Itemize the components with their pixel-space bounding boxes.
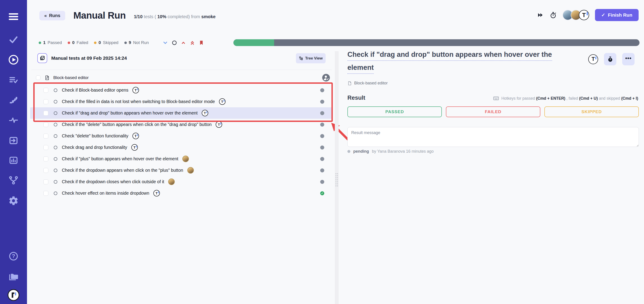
test-row[interactable]: Check if Block-based editor opensT — [30, 84, 333, 96]
status-passed-icon[interactable]: ✓ — [320, 191, 324, 195]
analytics-chart-icon — [8, 155, 18, 165]
panel-resize-handle[interactable] — [335, 51, 339, 304]
sidebar-item-requirements-enter-icon[interactable] — [0, 135, 27, 147]
status-not-run-icon[interactable] — [320, 157, 324, 161]
test-row[interactable]: Check if the dropdown closes when click … — [30, 176, 333, 187]
not-run-circle-icon — [54, 180, 57, 184]
stat-passed: 1Passed — [39, 40, 62, 45]
test-title: Check if the filled in data is not lost … — [62, 99, 215, 104]
sidebar-item-settings-gear-icon[interactable] — [0, 195, 27, 207]
run-progress-summary: 1/10 tests ( 10% completed) from smoke — [134, 14, 216, 19]
timer-button[interactable] — [604, 53, 616, 65]
author-avatar[interactable]: T — [588, 54, 598, 64]
test-checkbox[interactable] — [44, 191, 48, 196]
status-not-run-icon[interactable] — [320, 100, 324, 104]
sidebar-item-milestones-steps-icon[interactable] — [0, 94, 27, 106]
timer-icon[interactable] — [550, 11, 557, 19]
result-passed-button[interactable]: PASSED — [348, 106, 442, 117]
more-options-button[interactable]: ••• — [622, 53, 634, 65]
sidebar-item-runs-play-icon[interactable] — [0, 54, 27, 66]
result-history: pending by Yana Baranova 16 minutes ago — [348, 149, 434, 154]
group-checkbox[interactable] — [36, 75, 40, 80]
result-buttons: PASSEDFAILEDSKIPPED — [348, 106, 639, 117]
result-failed-button[interactable]: FAILED — [446, 106, 540, 117]
fast-forward-icon[interactable] — [537, 12, 544, 18]
test-checkbox[interactable] — [44, 156, 48, 161]
status-not-run-icon[interactable] — [320, 168, 324, 172]
help-icon: ? — [8, 251, 18, 261]
menu-icon — [8, 13, 19, 20]
back-to-runs-button[interactable]: « Runs — [39, 11, 65, 20]
bulk-assignee-icon[interactable] — [322, 74, 330, 82]
assignee-avatars[interactable]: T — [562, 10, 589, 20]
run-checkbox-icon[interactable] — [37, 53, 47, 63]
priority-double-up-icon[interactable] — [190, 40, 195, 46]
test-row[interactable]: Check if the dropdown appears when click… — [30, 164, 333, 176]
member-avatar-logo[interactable]: T — [579, 10, 589, 20]
result-skipped-button[interactable]: SKIPPED — [544, 106, 639, 117]
status-not-run-icon[interactable] — [320, 123, 324, 127]
result-message-input[interactable] — [348, 127, 639, 147]
check-icon: ✓ — [601, 12, 605, 18]
sidebar: ? — [0, 0, 27, 304]
status-not-run-icon[interactable] — [320, 111, 324, 115]
bookmark-icon[interactable] — [198, 40, 204, 46]
test-checkbox[interactable] — [44, 145, 48, 150]
status-not-run-icon[interactable] — [320, 88, 324, 92]
test-checkbox[interactable] — [44, 134, 48, 139]
projects-folder-icon — [8, 272, 19, 282]
app-logo — [8, 289, 20, 301]
sidebar-item-analytics-chart-icon[interactable] — [0, 154, 27, 166]
test-row[interactable]: Check if the "delete" button appears whe… — [30, 119, 333, 130]
test-detail-title[interactable]: Check if "drag and drop" button appears … — [348, 51, 590, 77]
finish-run-button[interactable]: ✓ Finish Run — [595, 9, 638, 21]
test-checkbox[interactable] — [44, 99, 48, 104]
not-run-circle-icon — [54, 111, 57, 115]
divider — [32, 70, 332, 70]
test-row[interactable]: Check if the filled in data is not lost … — [30, 96, 333, 107]
sidebar-item-projects-folder-icon[interactable] — [0, 271, 27, 283]
detail-suite-breadcrumb[interactable]: Block-based editor — [348, 81, 388, 86]
test-checkbox[interactable] — [44, 111, 48, 116]
sidebar-item-menu-icon[interactable] — [0, 11, 27, 22]
page-title: Manual Run — [73, 10, 126, 21]
author-avatar: T — [131, 144, 138, 151]
status-not-run-icon[interactable] — [320, 180, 324, 184]
not-run-circle-icon — [54, 146, 57, 149]
milestones-steps-icon — [8, 95, 18, 105]
priority-up-icon[interactable] — [180, 40, 186, 46]
not-run-circle-icon — [54, 123, 57, 126]
status-counts: 1Passed0Failed0Skipped9Not Run — [39, 39, 149, 46]
sidebar-item-help-icon[interactable]: ? — [0, 250, 27, 262]
test-row[interactable]: Check "delete" button functionalityT — [30, 130, 333, 142]
run-progress-fill — [234, 39, 274, 46]
circle-status-icon[interactable] — [172, 40, 177, 46]
chevron-down-icon[interactable] — [162, 40, 168, 46]
test-title: Check if the dropdown appears when click… — [62, 168, 183, 173]
author-avatar: T — [132, 133, 139, 139]
test-row[interactable]: Check drag and drop functionalityT — [30, 142, 333, 153]
test-title: Check if the "delete" button appears whe… — [62, 122, 212, 127]
app-window: ? « Runs Manual Run 1/10 tests ( 10% com… — [0, 0, 644, 304]
tree-view-button[interactable]: Tree View — [296, 53, 326, 63]
test-row[interactable]: Check hover effect on items inside dropd… — [30, 187, 333, 199]
test-checkbox[interactable] — [44, 168, 48, 173]
test-group-row[interactable]: Block-based editor — [30, 72, 333, 83]
not-run-circle-icon — [54, 169, 57, 172]
test-row[interactable]: Check if "drag and drop" button appears … — [30, 107, 333, 119]
hotkeys-hint: Hotkeys for passed (Cmd + ENTER) , faile… — [493, 95, 638, 102]
sidebar-item-defects-pulse-icon[interactable] — [0, 114, 27, 126]
test-checkbox[interactable] — [44, 88, 48, 93]
status-not-run-icon[interactable] — [320, 146, 324, 150]
sidebar-item-test-plans-icon[interactable] — [0, 74, 27, 86]
test-checkbox[interactable] — [44, 122, 48, 127]
sidebar-item-integrations-branch-icon[interactable] — [0, 174, 27, 186]
sidebar-item-app-logo[interactable] — [0, 289, 27, 301]
document-icon — [348, 81, 352, 86]
pending-dot-icon — [348, 150, 350, 153]
test-checkbox[interactable] — [44, 179, 48, 184]
status-not-run-icon[interactable] — [320, 134, 324, 138]
run-title: Manual tests at 09 Feb 2025 14:24 — [51, 55, 127, 61]
test-row[interactable]: Check if "plus" button appears when hove… — [30, 153, 333, 164]
sidebar-item-tests-check-icon[interactable] — [0, 34, 27, 46]
